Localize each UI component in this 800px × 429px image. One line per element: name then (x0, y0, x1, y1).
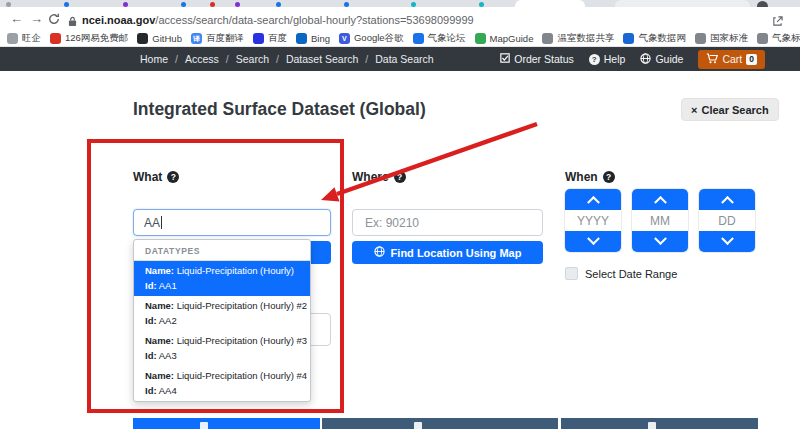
find-location-label: Find Location Using Map (391, 247, 522, 259)
order-status-icon (500, 53, 510, 65)
cart-button[interactable]: Cart 0 (698, 50, 765, 69)
bookmark-label: 气象数据网 (638, 32, 686, 45)
bookmark-item[interactable]: 译百度翻译 (191, 32, 244, 45)
bookmark-favicon (296, 33, 307, 44)
bookmark-item[interactable]: 国家标准 (695, 32, 748, 45)
inactive-tab[interactable] (615, 0, 750, 7)
browser-window: ← → ncei.noaa.gov/access/search/data-sea… (0, 0, 800, 429)
page-title: Integrated Surface Dataset (Global) (133, 99, 426, 120)
bookmark-label: 国家标准 (710, 32, 748, 45)
month-spinner (632, 189, 688, 252)
year-input[interactable] (565, 213, 621, 229)
cart-icon (706, 53, 718, 66)
location-input[interactable] (352, 209, 543, 236)
address-bar[interactable]: ncei.noaa.gov/access/search/data-search/… (82, 14, 474, 26)
chevron-up-icon (587, 196, 600, 209)
when-section-label: When? (565, 170, 615, 184)
url-host: ncei.noaa.gov (82, 14, 155, 26)
find-location-button[interactable]: Find Location Using Map (352, 241, 543, 264)
breadcrumb: Home / Access / Search / Dataset Search … (140, 53, 434, 65)
bookmark-favicon (50, 33, 61, 44)
breadcrumb-home[interactable]: Home (140, 53, 168, 65)
datatype-search-value: AA (144, 216, 160, 230)
bookmark-favicon (253, 33, 264, 44)
bookmark-item[interactable]: 百度 (253, 32, 287, 45)
bottom-action-button-3[interactable] (561, 418, 758, 429)
help-icon: ? (589, 54, 600, 65)
bookmark-item[interactable]: VGoogle谷歌 (339, 32, 404, 45)
chevron-up-icon (721, 196, 734, 209)
bottom-action-button-2[interactable] (322, 418, 558, 429)
dropdown-group-header: DATATYPES (134, 240, 310, 261)
spinner-up-button[interactable] (565, 189, 621, 210)
datatype-dropdown: DATATYPES Name: Liquid-Precipitation (Ho… (133, 239, 311, 402)
bookmark-favicon (137, 33, 148, 44)
spinner-down-button[interactable] (632, 231, 688, 252)
breadcrumb-separator: / (226, 53, 229, 65)
share-icon[interactable] (772, 13, 783, 31)
active-tab[interactable] (515, 0, 585, 7)
spinner-down-button[interactable] (699, 231, 755, 252)
site-navbar: Home / Access / Search / Dataset Search … (0, 47, 800, 71)
year-spinner (565, 189, 621, 252)
bookmark-item[interactable]: 气象论坛 (413, 32, 466, 45)
bookmark-label: 旺企 (22, 32, 41, 45)
bookmark-item[interactable]: 气象标准 (757, 32, 800, 45)
datatype-search-input[interactable]: AA (133, 209, 331, 236)
where-section-label: Where? (352, 170, 406, 184)
globe-icon (374, 246, 385, 259)
lock-icon[interactable] (68, 13, 77, 31)
clear-search-button[interactable]: × Clear Search (681, 98, 779, 121)
bookmark-item[interactable]: 温室数据共享 (542, 32, 614, 45)
question-icon[interactable]: ? (603, 171, 615, 183)
browser-tab-strip[interactable] (0, 0, 800, 7)
bookmark-item[interactable]: 旺企 (7, 32, 41, 45)
globe-icon (640, 53, 651, 66)
spinner-up-button[interactable] (632, 189, 688, 210)
breadcrumb-data-search[interactable]: Data Search (375, 53, 433, 65)
question-icon[interactable]: ? (167, 171, 179, 183)
bookmark-favicon (413, 33, 424, 44)
bookmark-favicon (695, 33, 706, 44)
back-icon[interactable]: ← (10, 10, 23, 27)
order-status-link[interactable]: Order Status (500, 53, 574, 65)
chevron-down-icon (587, 232, 600, 245)
question-icon[interactable]: ? (394, 171, 406, 183)
datatype-option-aa2[interactable]: Name: Liquid-Precipitation (Hourly) #2 I… (134, 296, 310, 331)
month-input[interactable] (632, 213, 688, 229)
day-spinner (699, 189, 755, 252)
bookmark-label: Bing (311, 33, 330, 44)
breadcrumb-search[interactable]: Search (236, 53, 269, 65)
spinner-up-button[interactable] (699, 189, 755, 210)
select-date-range-label: Select Date Range (585, 268, 677, 280)
url-path: /access/search/data-search/global-hourly… (155, 14, 473, 26)
datatype-option-aa1[interactable]: Name: Liquid-Precipitation (Hourly) Id: … (134, 261, 310, 296)
breadcrumb-dataset-search[interactable]: Dataset Search (286, 53, 358, 65)
bookmark-item[interactable]: 气象数据网 (623, 32, 686, 45)
chevron-up-icon (654, 196, 667, 209)
reload-icon[interactable] (48, 12, 60, 29)
cart-count-badge: 0 (746, 54, 757, 65)
bookmark-item[interactable]: 126网易免费邮 (50, 32, 128, 45)
bottom-action-button-1[interactable] (133, 418, 320, 429)
spinner-down-button[interactable] (565, 231, 621, 252)
navbar-actions: Order Status ? Help Guide Cart 0 (500, 50, 765, 69)
breadcrumb-access[interactable]: Access (185, 53, 219, 65)
bookmark-item[interactable]: GitHub (137, 33, 182, 44)
bookmark-label: 温室数据共享 (557, 32, 614, 45)
location-input-field[interactable] (363, 215, 532, 231)
datatype-option-aa4[interactable]: Name: Liquid-Precipitation (Hourly) #4 I… (134, 366, 310, 401)
bookmark-label: 气象标准 (772, 32, 800, 45)
bookmark-favicon (7, 33, 18, 44)
day-input[interactable] (699, 213, 755, 229)
breadcrumb-separator: / (365, 53, 368, 65)
forward-icon[interactable]: → (30, 10, 43, 27)
guide-link[interactable]: Guide (640, 53, 683, 66)
what-section-label: What? (133, 170, 179, 184)
bookmark-label: MapGuide (490, 33, 534, 44)
help-link[interactable]: ? Help (589, 53, 626, 65)
select-date-range-checkbox[interactable] (565, 267, 578, 280)
datatype-option-aa3[interactable]: Name: Liquid-Precipitation (Hourly) #3 I… (134, 331, 310, 366)
bookmark-item[interactable]: Bing (296, 33, 330, 44)
bookmark-item[interactable]: MapGuide (475, 33, 534, 44)
